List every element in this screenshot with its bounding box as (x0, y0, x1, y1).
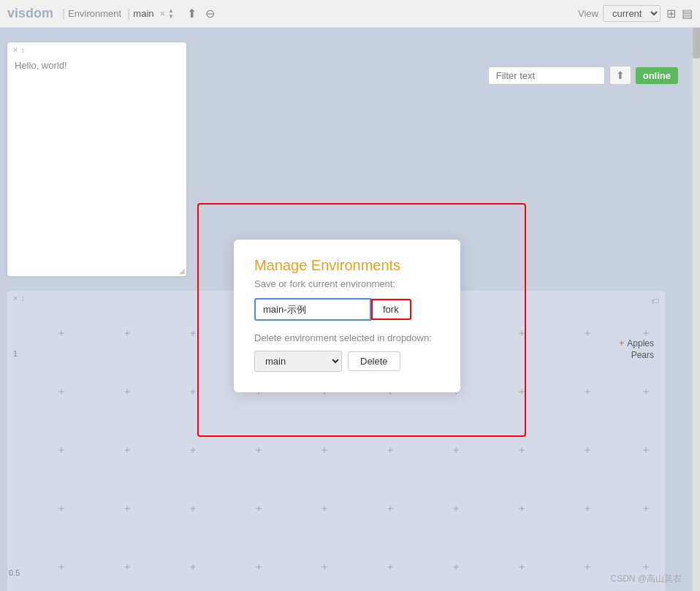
card-content: Hello, world! (7, 57, 186, 74)
filter-upload-btn[interactable]: ⬆ (609, 66, 631, 85)
top-left-card: × ↕ Hello, world! ◢ (7, 42, 186, 276)
view-dropdown[interactable]: current (603, 5, 661, 22)
modal-subtitle: Save or fork current environment: (254, 278, 440, 289)
nav-close-icon[interactable]: × (160, 8, 166, 19)
card-resize-handle[interactable]: ◢ (179, 267, 185, 275)
env-select[interactable]: main (254, 351, 342, 372)
scrollbar[interactable] (693, 0, 700, 591)
legend-plus-apples: + (619, 338, 624, 348)
y-label-2: 0.5 (9, 568, 20, 577)
y-label-1: 1 (13, 349, 18, 358)
fork-button[interactable]: fork (371, 299, 411, 320)
modal-title: Manage Environments (254, 257, 440, 274)
watermark: CSDN @高山莫衣 (610, 573, 682, 585)
manage-environments-modal: Manage Environments Save or fork current… (234, 240, 460, 392)
card-header: × ↕ (7, 42, 186, 57)
legend-label-apples: Apples (627, 338, 654, 348)
brand-logo: visdom (7, 6, 53, 21)
card-tag: 🏷 (651, 297, 659, 305)
nav-env-label: Environment (68, 8, 121, 19)
view-label: View (578, 8, 598, 19)
nav-upload-btn[interactable]: ⬆ (183, 5, 201, 22)
delete-button[interactable]: Delete (348, 351, 400, 371)
chart-legend: + Apples Pears (619, 338, 654, 362)
chart-resize-icon[interactable]: ↕ (20, 294, 25, 302)
legend-item-apples: + Apples (619, 338, 654, 348)
chart-close-icon[interactable]: × (13, 294, 18, 302)
online-badge: online (636, 67, 678, 84)
fork-row: fork (254, 298, 440, 321)
nav-sep-1: | (62, 7, 65, 20)
layers-icon[interactable]: ▤ (682, 7, 693, 20)
card-resize-icon[interactable]: ↕ (20, 45, 25, 54)
delete-row: main Delete (254, 351, 440, 372)
card-close-icon[interactable]: × (13, 45, 18, 54)
legend-item-pears: Pears (619, 350, 654, 360)
main-content: ⬆ online × ↕ Hello, world! ◢ × ↕ 1 0.5 +… (0, 28, 693, 591)
nav-folder-btn[interactable]: ⊖ (201, 5, 219, 22)
fork-input[interactable] (254, 298, 371, 321)
navbar: visdom | Environment | main × ▲ ▼ ⬆ ⊖ Vi… (0, 0, 700, 28)
nav-arrows[interactable]: ▲ ▼ (168, 8, 174, 20)
filter-bar: ⬆ online (488, 66, 678, 85)
nav-sep-2: | (127, 7, 130, 20)
delete-label: Delete environment selected in dropdown: (254, 332, 440, 343)
grid-icon[interactable]: ⊞ (666, 7, 676, 20)
nav-tab-main[interactable]: main (133, 8, 153, 19)
legend-label-pears: Pears (631, 350, 654, 360)
filter-input[interactable] (488, 66, 605, 85)
